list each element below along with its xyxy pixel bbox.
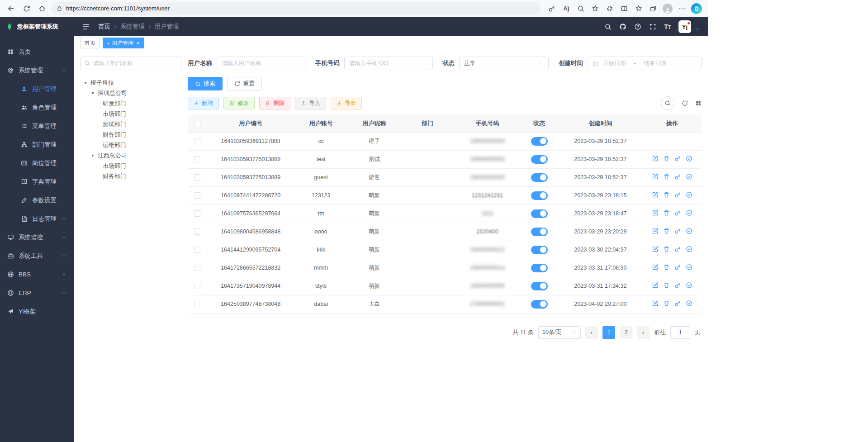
delete-icon[interactable] [663,264,670,271]
font-size-icon[interactable]: T T [664,23,671,30]
select-all-checkbox[interactable] [194,121,200,127]
username-input[interactable] [217,57,305,70]
edit-icon[interactable] [652,246,659,252]
edit-icon[interactable] [652,173,659,180]
reset-password-icon[interactable] [674,264,681,271]
goto-page-input[interactable] [670,326,690,339]
export-button[interactable]: 导出 [331,97,362,109]
delete-icon[interactable] [663,209,670,216]
edit-icon[interactable] [652,300,659,307]
sidebar-item-param-settings[interactable]: 参数设置 [0,191,74,209]
row-checkbox[interactable] [194,301,200,307]
sidebar-item-bbs[interactable]: BBS [0,265,74,284]
edit-icon[interactable] [652,155,659,162]
tree-node-leaf[interactable]: 市场部门 [80,109,181,119]
assign-role-icon[interactable] [686,300,693,307]
chevron-down-icon[interactable] [695,27,700,31]
tree-node-branch[interactable]: ▾ 江西总公司 [80,150,181,161]
favorites-bar-button[interactable] [632,2,645,15]
status-toggle[interactable] [531,137,548,146]
modify-button[interactable]: 修改 [223,97,255,109]
delete-icon[interactable] [663,155,670,162]
page-button-2[interactable]: 2 [620,326,632,339]
delete-button[interactable]: 删除 [259,97,290,109]
help-icon[interactable] [634,23,641,30]
browser-menu-button[interactable]: ⋯ [675,2,689,15]
row-checkbox[interactable] [194,228,200,235]
tree-node-leaf[interactable]: 测试部门 [80,119,181,129]
sidebar-item-log-mgmt[interactable]: 日志管理 [0,209,74,228]
status-toggle[interactable] [531,191,548,200]
reset-password-icon[interactable] [674,191,681,198]
sidebar-item-home[interactable]: 首页 [0,43,74,61]
refresh-table-icon[interactable] [682,100,688,106]
tree-node-leaf[interactable]: 市场部门 [80,161,181,171]
tree-node-root[interactable]: ▾ 橙子科技 [80,77,181,88]
tree-node-branch[interactable]: ▾ 深圳总公司 [80,88,181,98]
row-checkbox[interactable] [194,283,200,289]
delete-icon[interactable] [663,300,670,307]
date-range-picker[interactable]: 开始日期 - 结束日期 [588,57,702,70]
tree-node-leaf[interactable]: 财务部门 [80,171,181,181]
status-toggle[interactable] [531,282,548,290]
assign-role-icon[interactable] [686,264,693,271]
breadcrumb-system[interactable]: 系统管理 [120,23,145,31]
read-aloud-button[interactable]: A) [560,2,573,15]
sidebar-item-system[interactable]: 系统管理 [0,61,74,80]
add-button[interactable]: 新增 [188,97,219,109]
row-checkbox[interactable] [194,247,200,253]
dept-search-input[interactable] [80,57,181,70]
page-size-select[interactable]: 10条/页 [538,326,581,339]
reset-password-icon[interactable] [674,155,681,162]
assign-role-icon[interactable] [686,228,693,234]
tab-home[interactable]: 首页 [80,38,100,48]
delete-icon[interactable] [663,191,670,198]
assign-role-icon[interactable] [686,155,693,162]
favorite-button[interactable] [588,2,602,15]
close-icon[interactable]: × [136,40,140,46]
sidebar-item-post-mgmt[interactable]: 岗位管理 [0,154,74,172]
extensions-button[interactable] [603,2,617,15]
next-page-button[interactable]: › [637,326,650,339]
delete-icon[interactable] [663,246,670,252]
row-checkbox[interactable] [194,192,200,199]
status-toggle[interactable] [531,228,548,236]
column-settings-icon[interactable] [695,100,702,106]
sidebar-item-monitor[interactable]: 系统监控 [0,228,74,247]
delete-icon[interactable] [663,282,670,289]
sidebar-item-erp[interactable]: ERP [0,284,74,302]
home-button[interactable] [35,2,49,15]
row-checkbox[interactable] [194,156,200,162]
sidebar-item-dept-mgmt[interactable]: 部门管理 [0,135,74,154]
collections-button[interactable] [646,2,660,15]
reload-button[interactable] [20,2,33,15]
prev-page-button[interactable]: ‹ [585,326,598,339]
reset-password-icon[interactable] [674,209,681,216]
reset-password-icon[interactable] [674,173,681,180]
sidebar-item-menu-mgmt[interactable]: 菜单管理 [0,117,74,135]
edit-icon[interactable] [652,264,659,271]
toggle-search-button[interactable] [661,96,674,110]
zoom-button[interactable] [574,2,588,15]
user-brand-badge[interactable]: Yj [678,20,691,33]
row-checkbox[interactable] [194,174,200,181]
caret-down-icon[interactable]: ▾ [90,90,95,95]
assign-role-icon[interactable] [686,191,693,198]
page-button-1[interactable]: 1 [602,326,615,339]
status-toggle[interactable] [531,155,548,164]
status-toggle[interactable] [531,300,548,309]
import-button[interactable]: 导入 [295,97,326,109]
row-checkbox[interactable] [194,210,200,217]
reset-password-icon[interactable] [674,246,681,252]
sidebar-item-dict-mgmt[interactable]: 字典管理 [0,172,74,191]
tree-node-leaf[interactable]: 财务部门 [80,129,181,140]
edit-icon[interactable] [652,282,659,289]
tree-node-leaf[interactable]: 研发部门 [80,98,181,109]
row-checkbox[interactable] [194,138,200,144]
reset-button[interactable]: 重置 [227,77,262,90]
sidebar-collapse-icon[interactable] [82,23,90,31]
sidebar-item-yi-framework[interactable]: Yi框架 [0,302,74,321]
profile-button[interactable] [661,2,674,15]
address-bar[interactable]: https://ccnetcore.com:1101/system/user [51,2,541,15]
search-icon[interactable] [604,23,612,30]
